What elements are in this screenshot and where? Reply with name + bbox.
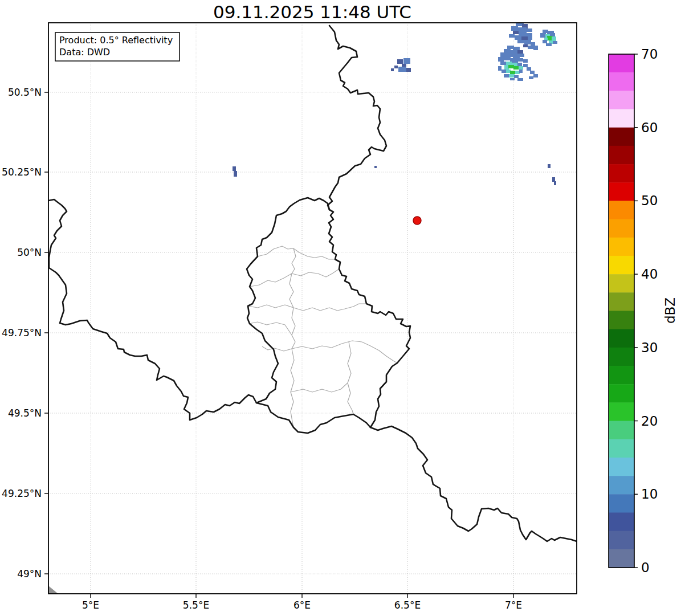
colorbar-segment bbox=[609, 91, 634, 109]
y-tick-label: 49.5°N bbox=[8, 407, 42, 419]
axes: 5°E5.5°E6°E6.5°E7°E50.5°N50.25°N50°N49.7… bbox=[2, 87, 522, 611]
radar-echo-cell bbox=[546, 43, 552, 46]
radar-echo-cell bbox=[394, 66, 398, 68]
canton-border-line bbox=[291, 349, 294, 427]
radar-echo-cell bbox=[530, 71, 535, 74]
radar-echo-cell bbox=[498, 66, 501, 71]
colorbar: 010203040506070 bbox=[609, 47, 658, 575]
colorbar-segment bbox=[609, 494, 634, 513]
y-tick-label: 49.25°N bbox=[2, 488, 42, 499]
y-tick-label: 50°N bbox=[17, 247, 42, 258]
radar-echo-cell bbox=[510, 50, 518, 54]
radar-echo-cell bbox=[519, 70, 523, 73]
radar-echo-cell bbox=[523, 44, 528, 47]
colorbar-segment bbox=[609, 292, 634, 311]
canton-border-line bbox=[248, 304, 366, 311]
radar-echo-cell bbox=[508, 65, 514, 68]
figure-title: 09.11.2025 11:48 UTC bbox=[213, 2, 411, 22]
radar-figure: 5°E5.5°E6°E6.5°E7°E50.5°N50.25°N50°N49.7… bbox=[0, 0, 685, 616]
radar-site-marker bbox=[413, 217, 421, 225]
canton-borders bbox=[248, 246, 397, 427]
radar-echo-cell bbox=[504, 74, 509, 77]
radar-echo-cell bbox=[513, 54, 520, 58]
colorbar-tick-label: 70 bbox=[641, 47, 658, 62]
radar-echo-cell bbox=[398, 67, 406, 72]
product-label: Product: 0.5° Reflectivity bbox=[59, 35, 173, 46]
canton-border-line bbox=[348, 342, 353, 414]
colorbar-segment bbox=[609, 458, 634, 476]
x-tick-label: 6.5°E bbox=[394, 599, 421, 611]
radar-echo-cell bbox=[501, 70, 506, 73]
radar-echo-cell bbox=[548, 164, 551, 168]
product-info-box: Product: 0.5° Reflectivity Data: DWD bbox=[55, 32, 180, 61]
colorbar-segment bbox=[609, 54, 634, 73]
radar-echo-cell bbox=[506, 62, 512, 65]
radar-echo-cell bbox=[525, 28, 532, 32]
radar-echo-cell bbox=[513, 31, 519, 34]
radar-echo-cell bbox=[504, 65, 509, 70]
radar-echo-cell bbox=[515, 35, 521, 40]
radar-echo-cell bbox=[403, 58, 410, 64]
colorbar-tick-label: 50 bbox=[641, 193, 658, 208]
canton-border-line bbox=[292, 341, 397, 363]
radar-echo-cell bbox=[506, 54, 514, 57]
radar-echo-cell bbox=[543, 40, 547, 43]
radar-echo-cell bbox=[500, 62, 506, 65]
radar-echo-cell bbox=[500, 52, 506, 57]
radar-map-canvas: 5°E5.5°E6°E6.5°E7°E50.5°N50.25°N50°N49.7… bbox=[0, 0, 685, 616]
colorbar-segment bbox=[609, 384, 634, 403]
colorbar-segment bbox=[609, 512, 634, 531]
colorbar-segment bbox=[609, 348, 634, 366]
colorbar-tick-label: 60 bbox=[641, 120, 658, 135]
colorbar-segment bbox=[609, 128, 634, 146]
canton-border-line bbox=[291, 383, 348, 392]
colorbar-segment bbox=[609, 238, 634, 256]
colorbar-segment bbox=[609, 182, 634, 201]
colorbar-segment bbox=[609, 311, 634, 330]
radar-echo-cell bbox=[521, 36, 528, 40]
radar-echo-cell bbox=[553, 41, 557, 44]
radar-echo-cell bbox=[524, 40, 531, 44]
radar-echo-cell bbox=[510, 71, 516, 74]
colorbar-tick-label: 20 bbox=[641, 414, 658, 429]
radar-echo-cell bbox=[513, 66, 519, 70]
country-border-line bbox=[370, 426, 577, 541]
radar-echo-cell bbox=[527, 67, 531, 71]
radar-echo-cell bbox=[515, 71, 520, 74]
radar-echoes bbox=[233, 23, 557, 185]
radar-echo-cell bbox=[406, 68, 411, 72]
radar-echo-cell bbox=[391, 68, 394, 71]
radar-echo-cell bbox=[511, 26, 518, 31]
radar-echo-cell bbox=[523, 59, 528, 63]
colorbar-tick-label: 0 bbox=[641, 560, 650, 575]
x-tick-label: 5°E bbox=[82, 599, 99, 611]
colorbar-segment bbox=[609, 402, 634, 421]
radar-echo-cell bbox=[517, 27, 527, 32]
radar-echo-cell bbox=[517, 50, 523, 54]
colorbar-segment bbox=[609, 476, 634, 495]
country-borders bbox=[48, 26, 577, 541]
data-source-label: Data: DWD bbox=[59, 47, 110, 58]
colorbar-tick-label: 40 bbox=[641, 267, 658, 282]
radar-echo-cell bbox=[520, 54, 524, 57]
canton-border-line bbox=[290, 274, 293, 308]
y-tick-label: 49°N bbox=[17, 568, 42, 580]
radar-echo-cell bbox=[552, 177, 555, 182]
radar-echo-cell bbox=[517, 58, 523, 62]
colorbar-tick-label: 30 bbox=[641, 340, 658, 355]
map-corner-landmass bbox=[48, 586, 58, 594]
radar-echo-cell bbox=[554, 181, 556, 185]
radar-echo-cell bbox=[531, 42, 535, 46]
y-tick-label: 50.5°N bbox=[8, 87, 42, 98]
colorbar-segment bbox=[609, 146, 634, 165]
radar-echo-cell bbox=[528, 46, 533, 49]
colorbar-axis-label: dBZ bbox=[663, 297, 678, 324]
radar-echo-cell bbox=[533, 74, 538, 77]
colorbar-segment bbox=[609, 256, 634, 275]
radar-echo-cell bbox=[528, 36, 532, 40]
colorbar-segment bbox=[609, 201, 634, 219]
radar-echo-cell bbox=[374, 166, 377, 168]
radar-echo-cell bbox=[517, 78, 523, 81]
radar-echo-cell bbox=[552, 36, 556, 41]
colorbar-segment bbox=[609, 549, 634, 568]
